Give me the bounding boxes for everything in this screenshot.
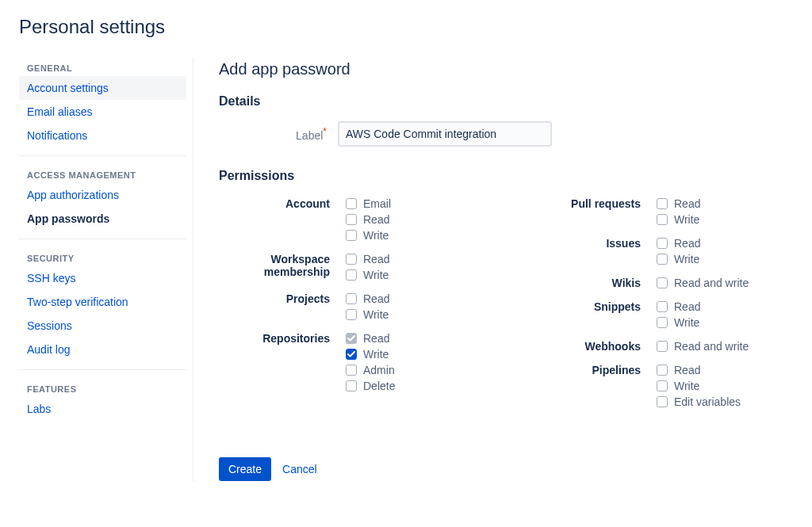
checkbox[interactable] [657, 301, 668, 312]
permission-option-label: Write [363, 229, 389, 242]
permissions-heading: Permissions [219, 169, 793, 183]
permission-group-label: Projects [219, 291, 346, 323]
checkbox[interactable] [657, 254, 668, 265]
permission-option[interactable]: Read [657, 235, 793, 251]
permission-option[interactable]: Write [657, 378, 793, 394]
permission-option[interactable]: Read [346, 330, 482, 346]
permission-option-label: Admin [363, 364, 395, 376]
permission-option[interactable]: Read [657, 362, 793, 378]
checkbox[interactable] [346, 198, 357, 209]
permission-option[interactable]: Read [657, 196, 793, 212]
permission-option-label: Read [363, 213, 389, 226]
permission-option-label: Read [674, 300, 700, 313]
permission-group-label: Pipelines [530, 362, 657, 410]
permission-option[interactable]: Read [346, 251, 482, 267]
main-content: Add app password Details Label* Permissi… [219, 57, 793, 481]
permission-option[interactable]: Write [346, 346, 482, 362]
sidebar-item[interactable]: Email aliases [19, 100, 186, 124]
cancel-button[interactable]: Cancel [282, 463, 317, 475]
sidebar-section-header: ACCESS MANAGEMENT [19, 164, 186, 183]
checkbox[interactable] [346, 293, 357, 304]
permission-option-label: Delete [363, 380, 395, 392]
permission-option-label: Write [363, 348, 389, 361]
permission-group-label: Account [219, 196, 346, 243]
checkbox[interactable] [346, 380, 357, 391]
sidebar-item[interactable]: Labs [19, 397, 186, 421]
sidebar-section-header: GENERAL [19, 57, 186, 76]
checkbox[interactable] [657, 238, 668, 249]
permission-option[interactable]: Write [657, 251, 793, 267]
permission-option-label: Read [674, 237, 700, 250]
checkbox[interactable] [657, 214, 668, 225]
permission-option[interactable]: Read and write [657, 338, 793, 354]
permission-option[interactable]: Read [346, 212, 482, 227]
page-title: Personal settings [19, 16, 793, 38]
permission-group-label: Issues [530, 235, 657, 267]
permission-option-label: Read [674, 197, 700, 210]
checkbox[interactable] [657, 317, 668, 328]
permission-option-label: Read [363, 253, 389, 265]
permission-group-label: Pull requests [530, 196, 657, 227]
permission-option[interactable]: Admin [346, 362, 482, 378]
permission-option[interactable]: Write [657, 315, 793, 330]
permission-option-label: Read [363, 332, 389, 345]
sidebar-item[interactable]: Sessions [19, 314, 186, 338]
sidebar-item[interactable]: Account settings [19, 76, 186, 100]
permission-option-label: Write [674, 380, 699, 392]
details-heading: Details [219, 94, 793, 109]
checkbox[interactable] [657, 277, 668, 288]
checkbox[interactable] [346, 230, 357, 241]
permission-option-label: Read [363, 292, 389, 305]
sidebar-section-header: SECURITY [19, 247, 186, 266]
sidebar-item[interactable]: Two-step verification [19, 290, 186, 314]
checkbox[interactable] [657, 341, 668, 352]
permission-option[interactable]: Read and write [657, 275, 793, 291]
main-title: Add app password [219, 60, 793, 78]
checkbox[interactable] [657, 198, 668, 209]
sidebar-item[interactable]: App authorizations [19, 183, 186, 207]
permission-group-label: Webhooks [530, 338, 657, 354]
checkbox[interactable] [657, 365, 668, 376]
create-button[interactable]: Create [219, 457, 271, 481]
permission-group-label: Wikis [530, 275, 657, 291]
label-field-label: Label* [219, 126, 338, 142]
permission-option-label: Write [674, 316, 699, 329]
permission-option[interactable]: Write [346, 267, 482, 283]
permission-option[interactable]: Write [346, 227, 482, 243]
checkbox[interactable] [657, 396, 668, 407]
checkbox[interactable] [657, 380, 668, 391]
permission-option[interactable]: Delete [346, 378, 482, 394]
sidebar: GENERALAccount settingsEmail aliasesNoti… [19, 57, 193, 481]
permission-option-label: Write [363, 308, 389, 321]
checkbox[interactable] [346, 214, 357, 225]
sidebar-section-header: FEATURES [19, 378, 186, 397]
permission-option[interactable]: Read [657, 299, 793, 315]
permission-group-label: Repositories [219, 330, 346, 394]
permission-option-label: Read [674, 364, 700, 376]
permission-option-label: Write [363, 269, 389, 281]
checkbox[interactable] [346, 365, 357, 376]
permission-option[interactable]: Write [657, 212, 793, 227]
permission-group-label: Workspace membership [219, 251, 346, 283]
permission-option-label: Read and write [674, 277, 749, 289]
permission-option-label: Email [363, 197, 391, 210]
permission-group-label: Snippets [530, 299, 657, 330]
checkbox[interactable] [346, 269, 357, 281]
permission-option[interactable]: Edit variables [657, 394, 793, 410]
permission-option-label: Edit variables [674, 395, 741, 408]
permission-option[interactable]: Read [346, 291, 482, 307]
checkbox[interactable] [346, 349, 357, 360]
sidebar-item[interactable]: Audit log [19, 338, 186, 361]
checkbox [346, 333, 357, 344]
permission-option-label: Read and write [674, 340, 749, 353]
label-input[interactable] [338, 121, 552, 147]
permission-option-label: Write [674, 253, 699, 265]
sidebar-item[interactable]: App passwords [19, 207, 186, 231]
permission-option[interactable]: Email [346, 196, 482, 212]
permission-option[interactable]: Write [346, 307, 482, 323]
permission-option-label: Write [674, 213, 699, 226]
sidebar-item[interactable]: Notifications [19, 124, 186, 147]
sidebar-item[interactable]: SSH keys [19, 266, 186, 290]
checkbox[interactable] [346, 309, 357, 320]
checkbox[interactable] [346, 254, 357, 265]
